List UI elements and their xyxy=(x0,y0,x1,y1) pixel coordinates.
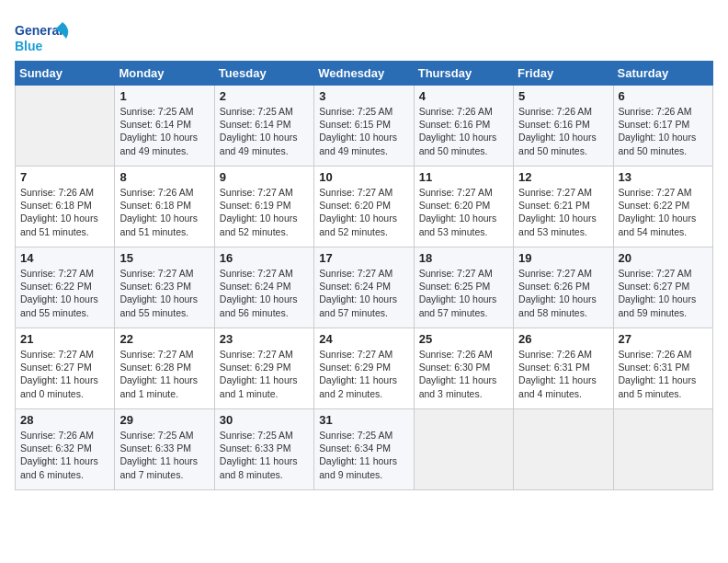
calendar-cell: 29Sunrise: 7:25 AMSunset: 6:33 PMDayligh… xyxy=(115,409,214,490)
calendar-cell: 2Sunrise: 7:25 AMSunset: 6:14 PMDaylight… xyxy=(214,86,313,167)
day-number: 20 xyxy=(619,251,708,265)
day-number: 30 xyxy=(220,413,309,427)
calendar-cell: 4Sunrise: 7:26 AMSunset: 6:16 PMDaylight… xyxy=(414,86,513,167)
day-info: Sunrise: 7:26 AMSunset: 6:18 PMDaylight:… xyxy=(119,186,209,238)
calendar-cell: 12Sunrise: 7:27 AMSunset: 6:21 PMDayligh… xyxy=(514,167,613,247)
day-number: 16 xyxy=(220,251,309,265)
day-number: 2 xyxy=(220,89,309,103)
day-header-saturday: Saturday xyxy=(613,62,712,86)
calendar-cell: 21Sunrise: 7:27 AMSunset: 6:27 PMDayligh… xyxy=(16,328,115,409)
day-number: 23 xyxy=(220,332,309,346)
day-number: 5 xyxy=(518,89,608,103)
day-number: 3 xyxy=(319,89,408,103)
calendar-cell: 9Sunrise: 7:27 AMSunset: 6:19 PMDaylight… xyxy=(214,167,313,247)
day-info: Sunrise: 7:25 AMSunset: 6:33 PMDaylight:… xyxy=(119,429,209,481)
day-info: Sunrise: 7:27 AMSunset: 6:23 PMDaylight:… xyxy=(119,267,209,319)
day-number: 7 xyxy=(20,170,109,184)
day-info: Sunrise: 7:25 AMSunset: 6:14 PMDaylight:… xyxy=(119,105,209,157)
day-info: Sunrise: 7:26 AMSunset: 6:16 PMDaylight:… xyxy=(518,105,608,157)
calendar-cell: 22Sunrise: 7:27 AMSunset: 6:28 PMDayligh… xyxy=(115,328,214,409)
calendar-cell: 7Sunrise: 7:26 AMSunset: 6:18 PMDaylight… xyxy=(16,167,115,247)
calendar-cell: 23Sunrise: 7:27 AMSunset: 6:29 PMDayligh… xyxy=(214,328,313,409)
day-info: Sunrise: 7:27 AMSunset: 6:19 PMDaylight:… xyxy=(220,186,309,238)
calendar-cell: 1Sunrise: 7:25 AMSunset: 6:14 PMDaylight… xyxy=(115,86,214,167)
day-number: 11 xyxy=(419,170,508,184)
week-row-3: 14Sunrise: 7:27 AMSunset: 6:22 PMDayligh… xyxy=(16,247,713,328)
day-info: Sunrise: 7:25 AMSunset: 6:15 PMDaylight:… xyxy=(319,105,408,157)
logo: GeneralBlue xyxy=(15,18,70,55)
day-header-monday: Monday xyxy=(115,62,214,86)
day-number: 9 xyxy=(220,170,309,184)
day-number: 27 xyxy=(619,332,708,346)
calendar-cell xyxy=(414,409,513,490)
calendar-cell: 27Sunrise: 7:26 AMSunset: 6:31 PMDayligh… xyxy=(613,328,712,409)
day-info: Sunrise: 7:25 AMSunset: 6:33 PMDaylight:… xyxy=(220,429,309,481)
day-info: Sunrise: 7:26 AMSunset: 6:31 PMDaylight:… xyxy=(518,348,608,400)
calendar-cell: 28Sunrise: 7:26 AMSunset: 6:32 PMDayligh… xyxy=(16,409,115,490)
calendar-cell: 11Sunrise: 7:27 AMSunset: 6:20 PMDayligh… xyxy=(414,167,513,247)
day-number: 10 xyxy=(319,170,408,184)
week-row-1: 1Sunrise: 7:25 AMSunset: 6:14 PMDaylight… xyxy=(16,86,713,167)
calendar-cell xyxy=(613,409,712,490)
day-number: 14 xyxy=(20,251,109,265)
day-number: 15 xyxy=(119,251,209,265)
calendar-cell: 13Sunrise: 7:27 AMSunset: 6:22 PMDayligh… xyxy=(613,167,712,247)
day-info: Sunrise: 7:26 AMSunset: 6:17 PMDaylight:… xyxy=(619,105,708,157)
week-row-2: 7Sunrise: 7:26 AMSunset: 6:18 PMDaylight… xyxy=(16,167,713,247)
day-info: Sunrise: 7:27 AMSunset: 6:26 PMDaylight:… xyxy=(518,267,608,319)
calendar-cell: 24Sunrise: 7:27 AMSunset: 6:29 PMDayligh… xyxy=(314,328,414,409)
page-header: GeneralBlue xyxy=(15,15,713,55)
day-info: Sunrise: 7:27 AMSunset: 6:20 PMDaylight:… xyxy=(419,186,508,238)
day-header-thursday: Thursday xyxy=(414,62,513,86)
calendar-cell: 3Sunrise: 7:25 AMSunset: 6:15 PMDaylight… xyxy=(314,86,414,167)
day-info: Sunrise: 7:27 AMSunset: 6:25 PMDaylight:… xyxy=(419,267,508,319)
header-row: SundayMondayTuesdayWednesdayThursdayFrid… xyxy=(16,62,713,86)
calendar-cell: 15Sunrise: 7:27 AMSunset: 6:23 PMDayligh… xyxy=(115,247,214,328)
day-number: 1 xyxy=(119,89,209,103)
day-info: Sunrise: 7:26 AMSunset: 6:18 PMDaylight:… xyxy=(20,186,109,238)
day-number: 17 xyxy=(319,251,408,265)
calendar-cell: 26Sunrise: 7:26 AMSunset: 6:31 PMDayligh… xyxy=(514,328,613,409)
day-number: 6 xyxy=(619,89,708,103)
day-number: 31 xyxy=(319,413,408,427)
day-number: 26 xyxy=(518,332,608,346)
day-number: 29 xyxy=(119,413,209,427)
day-info: Sunrise: 7:27 AMSunset: 6:27 PMDaylight:… xyxy=(20,348,109,400)
calendar-cell: 17Sunrise: 7:27 AMSunset: 6:24 PMDayligh… xyxy=(314,247,414,328)
calendar-cell: 20Sunrise: 7:27 AMSunset: 6:27 PMDayligh… xyxy=(613,247,712,328)
calendar-cell: 14Sunrise: 7:27 AMSunset: 6:22 PMDayligh… xyxy=(16,247,115,328)
calendar-cell: 10Sunrise: 7:27 AMSunset: 6:20 PMDayligh… xyxy=(314,167,414,247)
day-info: Sunrise: 7:26 AMSunset: 6:31 PMDaylight:… xyxy=(619,348,708,400)
svg-text:Blue: Blue xyxy=(15,39,43,53)
day-number: 21 xyxy=(20,332,109,346)
week-row-5: 28Sunrise: 7:26 AMSunset: 6:32 PMDayligh… xyxy=(16,409,713,490)
calendar-cell: 6Sunrise: 7:26 AMSunset: 6:17 PMDaylight… xyxy=(613,86,712,167)
day-info: Sunrise: 7:25 AMSunset: 6:14 PMDaylight:… xyxy=(220,105,309,157)
week-row-4: 21Sunrise: 7:27 AMSunset: 6:27 PMDayligh… xyxy=(16,328,713,409)
day-number: 8 xyxy=(119,170,209,184)
day-info: Sunrise: 7:27 AMSunset: 6:24 PMDaylight:… xyxy=(319,267,408,319)
svg-text:General: General xyxy=(15,23,63,38)
day-header-sunday: Sunday xyxy=(16,62,115,86)
calendar-cell: 5Sunrise: 7:26 AMSunset: 6:16 PMDaylight… xyxy=(514,86,613,167)
day-header-friday: Friday xyxy=(514,62,613,86)
day-info: Sunrise: 7:27 AMSunset: 6:22 PMDaylight:… xyxy=(619,186,708,238)
day-info: Sunrise: 7:27 AMSunset: 6:21 PMDaylight:… xyxy=(518,186,608,238)
day-number: 25 xyxy=(419,332,508,346)
calendar-cell: 18Sunrise: 7:27 AMSunset: 6:25 PMDayligh… xyxy=(414,247,513,328)
day-info: Sunrise: 7:26 AMSunset: 6:30 PMDaylight:… xyxy=(419,348,508,400)
day-number: 18 xyxy=(419,251,508,265)
day-info: Sunrise: 7:25 AMSunset: 6:34 PMDaylight:… xyxy=(319,429,408,481)
day-info: Sunrise: 7:26 AMSunset: 6:16 PMDaylight:… xyxy=(419,105,508,157)
calendar-cell: 25Sunrise: 7:26 AMSunset: 6:30 PMDayligh… xyxy=(414,328,513,409)
day-number: 24 xyxy=(319,332,408,346)
calendar-cell xyxy=(514,409,613,490)
day-number: 22 xyxy=(119,332,209,346)
day-info: Sunrise: 7:27 AMSunset: 6:27 PMDaylight:… xyxy=(619,267,708,319)
day-info: Sunrise: 7:27 AMSunset: 6:22 PMDaylight:… xyxy=(20,267,109,319)
day-info: Sunrise: 7:27 AMSunset: 6:29 PMDaylight:… xyxy=(220,348,309,400)
calendar-cell: 16Sunrise: 7:27 AMSunset: 6:24 PMDayligh… xyxy=(214,247,313,328)
day-info: Sunrise: 7:27 AMSunset: 6:28 PMDaylight:… xyxy=(119,348,209,400)
calendar-table: SundayMondayTuesdayWednesdayThursdayFrid… xyxy=(15,61,713,490)
day-info: Sunrise: 7:27 AMSunset: 6:24 PMDaylight:… xyxy=(220,267,309,319)
